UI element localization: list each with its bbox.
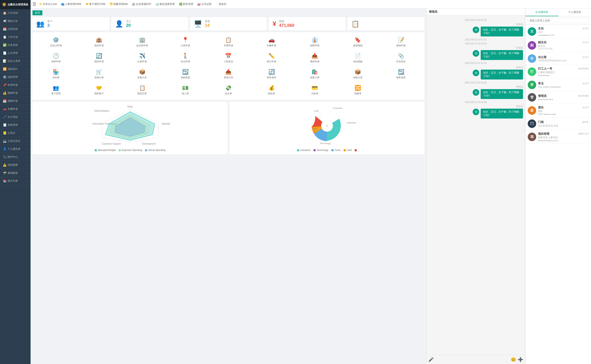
sidebar-item-附件中心[interactable]: 📎附件中心›: [0, 153, 31, 161]
contact-item-8[interactable]: 项 项目经理 花费分公司 销售经理,人事专员 ●●●●●●●@qq.com: [525, 130, 591, 144]
app-item-29[interactable]: 📋跟进记录: [122, 83, 163, 97]
app-item-34[interactable]: 🔀转账单: [337, 83, 378, 97]
contact-item-6[interactable]: 股 股长 总公司 股长 1508 ●●●● ●●●●: [525, 104, 591, 117]
contact-item-2[interactable]: 办 办公室 总公司 15006462801@weixin.com: [525, 52, 591, 65]
sidebar-item-任务安排[interactable]: ✅任务安排›: [0, 41, 31, 49]
contact-item-4[interactable]: 李 李玉 总公司 1●● ●●●●● ●●●●●●●: [525, 79, 591, 91]
sidebar-item-公文管理[interactable]: 📄公文管理›: [0, 49, 31, 57]
app-item-21[interactable]: ↩️采购退货: [165, 67, 206, 81]
sidebar-item-流程设计[interactable]: 🔀流程设计›: [0, 65, 31, 73]
sidebar-item-办公用品[interactable]: 🖊️办公用品›: [0, 113, 31, 121]
app-item-32[interactable]: 💰收款单: [251, 83, 292, 97]
contact-info: 副主任 总公司 副主任 1777777777​5: [538, 40, 589, 50]
topnav-icon: ⋯: [216, 3, 218, 6]
contact-search-input[interactable]: [527, 18, 589, 23]
app-item-13[interactable]: 📅入职登记: [208, 51, 249, 65]
app-item-20[interactable]: 📦采购入库: [122, 67, 163, 81]
contact-info: 李玉 总公司 1●● ●●●●● ●●●●●●●: [538, 82, 589, 88]
app-item-31[interactable]: 💸支出单: [208, 83, 249, 97]
add-icon[interactable]: ➕: [518, 357, 523, 362]
contact-item-0[interactable]: 主 主任 总公司 主任 1●●●●●●●.com: [525, 25, 591, 39]
app-item-28[interactable]: 🤝我的客户: [78, 83, 119, 97]
tab-enterprise-contacts[interactable]: 企业通讯录: [525, 8, 558, 16]
app-item-1[interactable]: 🏨酒店申请: [78, 35, 119, 49]
sidebar-item-相关字典[interactable]: 📚相关字典›: [0, 177, 31, 185]
app-icon: 📅: [225, 53, 231, 59]
app-icon: 🏢: [139, 37, 145, 43]
sidebar-item-流程预警[interactable]: ⚠️流程预警›: [0, 161, 31, 169]
contact-info: 门岗 监控室 办公室,副主任,主任: [538, 120, 589, 127]
app-item-0[interactable]: ⚙️自定义申请: [35, 35, 76, 49]
app-item-18[interactable]: 🏪供应商: [35, 67, 76, 81]
topnav-item-人事管理HRM[interactable]: 👥人事管理HRM: [59, 1, 83, 7]
app-item-19[interactable]: 🛒采购订单: [78, 67, 119, 81]
sidebar-item-流程管理[interactable]: ⚙️流程管理›: [0, 73, 31, 81]
contact-item-3[interactable]: 打 打工人一号 项目管理部 人事部,普通员工 1●●●●●●●: [525, 65, 591, 79]
sidebar-item-常用申请[interactable]: 📌常用申请›: [0, 81, 31, 89]
message-avatar: 管: [473, 109, 479, 115]
contact-item-5[interactable]: 管 管理员 项目管理部 ●●●●●●●.●●●: [525, 91, 591, 104]
app-item-26[interactable]: ↩️销售退货: [381, 67, 422, 81]
app-item-15[interactable]: 📤离职申请: [294, 51, 335, 65]
app-item-14[interactable]: ✏️矫正申请: [251, 51, 292, 65]
app-item-22[interactable]: 📤零售出库: [208, 67, 249, 81]
topnav-item-财务管理[interactable]: 💹财务管理: [177, 1, 195, 7]
app-item-16[interactable]: 📄协议模板: [337, 51, 378, 65]
sidebar-item-云笔记后台[interactable]: 💻云笔记后台›: [0, 137, 31, 145]
menu-toggle-icon[interactable]: ☰: [33, 2, 36, 7]
topnav-item-公司运营[interactable]: 🏭公司运营: [196, 1, 213, 7]
topnav-item-企业资源ERP[interactable]: 🏢企业资源ERP: [130, 1, 153, 7]
tab-personal-contacts[interactable]: 个人通讯录: [558, 8, 591, 16]
app-label: 外出申请: [181, 60, 190, 63]
sidebar-item-报销申请[interactable]: 💰报销申请›: [0, 89, 31, 97]
app-label: 离职申请: [310, 60, 320, 63]
app-item-3[interactable]: 📍公差申请: [165, 35, 206, 49]
sidebar-item-工作计划[interactable]: 📋工作计划›: [0, 33, 31, 41]
sidebar-icon: 💰: [3, 91, 7, 95]
sidebar-item-云笔记[interactable]: 📒云笔记›: [0, 129, 31, 137]
apps-section: ⚙️自定义申请🏨酒店申请🏢会议室申请📍公差申请📋车票申请🚗车辆申请👔招聘申请🔖差…: [33, 32, 424, 100]
sidebar-item-通知公告[interactable]: 📢通知公告›: [0, 17, 31, 25]
app-item-17[interactable]: 📎补充协议: [381, 51, 422, 65]
emoji-icon[interactable]: 😊: [511, 357, 516, 362]
topnav-item-日常办公OA[interactable]: 📁日常办公OA: [37, 1, 59, 7]
stat-card-3: ¥报销471,060: [269, 17, 346, 30]
contact-item-1[interactable]: 副 副主任 总公司 副主任 1777777777​5: [525, 39, 591, 52]
contact-role: 股长: [538, 110, 589, 113]
topnav-item-更多栏[interactable]: ⋯更多栏: [214, 1, 229, 7]
app-item-24[interactable]: 🛍️销售订单: [294, 67, 335, 81]
sidebar: 🦁 点狮后台管理系统 🏠工作空间›📢通知公告›📅日程安排›📋工作计划›✅任务安排…: [0, 0, 31, 364]
app-item-23[interactable]: 🔄零售退库: [251, 67, 292, 81]
topnav-item-项目进度管理[interactable]: 📊项目进度管理: [154, 1, 177, 7]
app-item-2[interactable]: 🏢会议室申请: [122, 35, 163, 49]
app-label: 采购订单: [94, 76, 104, 79]
sidebar-item-发票管理[interactable]: 🧾发票管理›: [0, 121, 31, 129]
sidebar-item-基础数据[interactable]: 🗃️基础数据›: [0, 169, 31, 177]
app-item-4[interactable]: 📋车票申请: [208, 35, 249, 49]
app-item-11[interactable]: ✈️出差申请: [122, 51, 163, 65]
app-item-5[interactable]: 🚗车辆申请: [251, 35, 292, 49]
sidebar-item-车辆申请[interactable]: 🚗车辆申请›: [0, 105, 31, 113]
sidebar-item-工作空间[interactable]: 🏠工作空间›: [0, 9, 31, 17]
app-item-7[interactable]: 🔖差旅报报: [337, 35, 378, 49]
contact-item-7[interactable]: 门 门岗 监控室 办公室,副主任,主任: [525, 117, 591, 130]
topnav-item-档案管理AM[interactable]: 🗂️档案管理AM: [108, 1, 130, 7]
sidebar-item-假勤申请[interactable]: 📆假勤申请›: [0, 97, 31, 105]
app-item-30[interactable]: 💵收入单: [165, 83, 206, 97]
app-item-10[interactable]: 🔄调休申请: [78, 51, 119, 65]
sidebar-item-自定义表单[interactable]: 📝自定义表单›: [0, 57, 31, 65]
contact-name: 办公室: [538, 55, 546, 59]
app-item-25[interactable]: 📦销售出库: [337, 67, 378, 81]
contact-dept: 花费分公司: [578, 132, 589, 136]
app-item-27[interactable]: 👥客户管理: [35, 83, 76, 97]
sidebar-item-日程安排[interactable]: 📅日程安排›: [0, 25, 31, 33]
microphone-icon[interactable]: 🎤: [428, 357, 433, 362]
app-item-12[interactable]: 🚶外出申请: [165, 51, 206, 65]
sidebar-item-个人通讯录[interactable]: 👤个人通讯录›: [0, 145, 31, 153]
topnav-item-客户维护CRM[interactable]: 🤝客户维护CRM: [84, 1, 107, 7]
app-item-33[interactable]: 💳付款单: [294, 83, 335, 97]
arrow-icon: ›: [27, 164, 28, 166]
app-item-6[interactable]: 👔招聘申请: [294, 35, 335, 49]
app-item-9[interactable]: 🕐加班申请: [35, 51, 76, 65]
app-item-8[interactable]: 📝请假申请: [381, 35, 422, 49]
